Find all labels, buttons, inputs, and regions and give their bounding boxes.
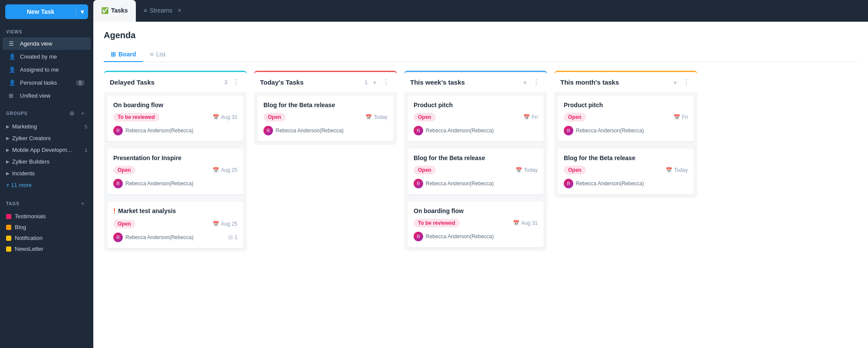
calendar-icon: 📅 [513,220,519,226]
column-add-button[interactable]: + [671,77,679,87]
column-menu-button[interactable]: ⋮ [531,77,541,87]
more-groups-link[interactable]: + 11 more [0,179,93,191]
task-card[interactable]: Blog for the Beta releaseOpen📅 TodayRReb… [408,148,544,194]
group-name: Zylker Builders [12,158,87,165]
group-item-zylker-builders[interactable]: ▶ Zylker Builders [0,156,93,167]
date-text: Aug 25 [221,167,237,173]
avatar: R [414,179,423,188]
card-date: 📅 Aug 31 [513,220,538,226]
card-date: 📅 Today [516,167,538,173]
task-card[interactable]: Product pitchOpen📅 FriRRebecca Anderson(… [408,95,544,141]
streams-tab-close[interactable]: ✕ [178,8,181,13]
task-card[interactable]: On boarding flowTo be reviewed📅 Aug 31RR… [107,95,243,141]
tab-streams[interactable]: ≡ Streams ✕ [136,0,189,22]
task-card[interactable]: On boarding flowTo be reviewed📅 Aug 31RR… [408,201,544,247]
assignee-name: Rebecca Anderson(Rebecca) [125,181,194,187]
card-date: 📅 Aug 25 [213,221,237,227]
column-menu-button[interactable]: ⋮ [681,77,691,87]
tag-item-blog[interactable]: Blog [0,222,93,233]
groups-add-button[interactable]: ＋ [78,108,87,118]
calendar-icon: 📅 [674,114,680,120]
column-count: 3 [224,79,227,85]
task-card[interactable]: Presentation for InspireOpen📅 Aug 25RReb… [107,148,243,194]
avatar: R [113,233,123,242]
task-card[interactable]: Blog for the Beta releaseOpen📅 TodayRReb… [257,95,394,141]
tags-section: TAGS ＋ Testimonials Blog Notification Ne… [0,193,93,258]
task-card[interactable]: Product pitchOpen📅 FriRRebecca Anderson(… [558,95,694,141]
view-tab-list[interactable]: ≡ List [143,47,172,62]
card-subtask-count: ⊡ 1 [228,234,237,240]
card-meta: Open📅 Today [564,166,688,174]
column-menu-button[interactable]: ⋮ [231,77,241,87]
sidebar-item-created-by-me[interactable]: 👤 Created by me [3,50,91,63]
sidebar-item-personal-tasks[interactable]: 👤 Personal tasks 5 [3,76,91,89]
sidebar-item-agenda-view[interactable]: ☰ Agenda view [3,37,91,50]
card-title: Blog for the Beta release [564,154,688,161]
card-footer: RRebecca Anderson(Rebecca)⊡ 1 [113,233,237,242]
card-title-text: Product pitch [414,102,453,108]
group-item-incidents[interactable]: ▶ Incidents [0,167,93,179]
subtask-icon: ⊡ [228,234,233,240]
card-title: Presentation for Inspire [113,154,237,161]
assignee-row: RRebecca Anderson(Rebecca) [414,232,494,241]
assignee-row: RRebecca Anderson(Rebecca) [414,179,494,188]
page-title: Agenda [104,30,858,40]
calendar-icon: 📅 [213,221,219,227]
sidebar-item-label: Personal tasks [20,79,76,86]
group-item-zylker-creators[interactable]: ▶ Zylker Creators [0,132,93,144]
column-actions: ⋮ [231,77,241,87]
assignee-name: Rebecca Anderson(Rebecca) [576,128,644,134]
calendar-icon: 📅 [516,167,522,173]
user-icon: 👤 [9,66,16,73]
column-actions: +⋮ [671,77,691,87]
streams-tab-icon: ≡ [144,7,147,14]
tag-label: NewsLetter [15,246,43,252]
views-section: VIEWS ☰ Agenda view 👤 Created by me 👤 As… [0,23,93,102]
tag-item-testimonials[interactable]: Testimonials [0,211,93,222]
column-add-button[interactable]: + [371,77,378,87]
column-add-button[interactable]: + [521,77,529,87]
column-header-today: Today's Tasks1+⋮ [254,71,397,92]
tasks-tab-icon: ✅ [101,7,108,14]
group-item-mobile-app[interactable]: ▶ Mobile App Developm... 1 [0,144,93,156]
user-icon: 👤 [9,53,16,60]
chevron-right-icon: ▶ [6,136,10,141]
calendar-icon: 📅 [213,114,219,120]
new-task-button[interactable]: New Task ▾ [5,4,88,19]
tag-item-notification[interactable]: Notification [0,233,93,243]
assignee-row: RRebecca Anderson(Rebecca) [263,126,344,135]
assignee-row: RRebecca Anderson(Rebecca) [113,233,194,242]
task-card[interactable]: Blog for the Beta releaseOpen📅 TodayRReb… [558,148,694,194]
sidebar-item-assigned-to-me[interactable]: 👤 Assigned to me [3,63,91,76]
task-card[interactable]: !Market test analysisOpen📅 Aug 25RRebecc… [107,201,243,248]
tag-label: Testimonials [15,213,46,220]
chevron-right-icon: ▶ [6,148,10,152]
card-badge: Open [564,166,586,174]
column-menu-button[interactable]: ⋮ [381,77,391,87]
card-title-text: Blog for the Beta release [263,102,335,108]
calendar-icon: 📅 [213,167,219,173]
column-month: This month's tasks+⋮Product pitchOpen📅 F… [554,71,697,198]
card-badge: To be reviewed [414,219,460,227]
assignee-name: Rebecca Anderson(Rebecca) [576,181,644,187]
sidebar-item-label: Unified view [20,92,85,99]
group-name: Mobile App Developm... [12,147,85,153]
tags-header: TAGS ＋ [0,196,93,211]
tab-tasks[interactable]: ✅ Tasks [93,0,136,22]
sidebar-item-unified-view[interactable]: ⊞ Unified view [3,89,91,102]
sidebar-item-label: Assigned to me [20,66,85,73]
tab-tasks-label: Tasks [111,7,128,14]
group-name: Marketing [12,123,85,130]
chevron-right-icon: ▶ [6,124,10,129]
tag-item-newsletter[interactable]: NewsLetter [0,243,93,254]
view-tab-board[interactable]: ⊞ Board [104,47,143,62]
tags-add-button[interactable]: ＋ [78,199,87,208]
card-date: 📅 Aug 31 [213,114,237,120]
board: Delayed Tasks3⋮On boarding flowTo be rev… [104,71,858,252]
group-item-marketing[interactable]: ▶ Marketing 5 [0,121,93,132]
groups-filter-button[interactable]: ⚙ [68,108,76,118]
views-label: VIEWS [0,23,93,37]
column-delayed: Delayed Tasks3⋮On boarding flowTo be rev… [104,71,247,252]
column-header-week: This week's tasks+⋮ [404,71,547,92]
list-tab-icon: ≡ [150,51,153,58]
